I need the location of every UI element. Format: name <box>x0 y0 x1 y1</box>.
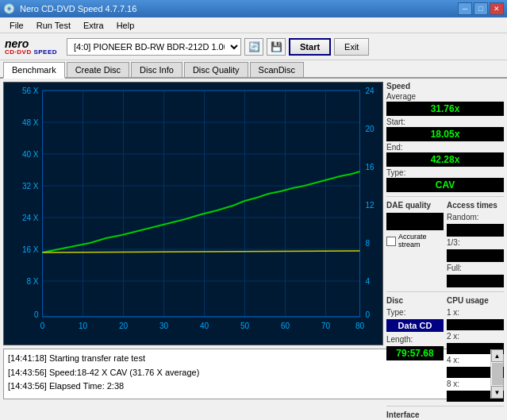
main-content: 56 X 48 X 40 X 32 X 24 X 16 X 8 X 0 24 2… <box>0 79 507 349</box>
nero-logo-subtitle: CD·DVD SPEED <box>5 49 57 56</box>
log-entry-1: [14:41:18] Starting transfer rate test <box>8 352 486 366</box>
random-label: Random: <box>447 213 504 222</box>
svg-text:48 X: 48 X <box>22 118 39 127</box>
cpu-2x-label: 2 x: <box>447 332 504 341</box>
full-label: Full: <box>447 264 504 272</box>
length-label: Length: <box>386 335 444 344</box>
svg-text:32 X: 32 X <box>22 182 39 191</box>
svg-text:40: 40 <box>200 322 209 330</box>
one-third-label: 1/3: <box>447 238 504 247</box>
log-entry-2: [14:43:56] Speed:18-42 X CAV (31.76 X av… <box>8 366 486 380</box>
window-controls: ─ □ ✕ <box>458 2 504 15</box>
tab-create-disc[interactable]: Create Disc <box>67 62 129 77</box>
log-area: [14:41:18] Starting transfer rate test [… <box>3 349 504 399</box>
start-label: Start: <box>386 118 504 126</box>
dae-panel: DAE quality Accurate stream <box>386 201 444 287</box>
toolbar: nero CD·DVD SPEED [4:0] PIONEER BD-RW BD… <box>0 33 507 60</box>
svg-text:0: 0 <box>366 310 371 319</box>
right-panel: Speed Average 31.76x Start: 18.05x End: … <box>386 82 504 345</box>
svg-text:16 X: 16 X <box>22 245 39 254</box>
svg-text:10: 10 <box>79 322 88 330</box>
disc-type-value: Data CD <box>386 319 444 332</box>
tab-bar: Benchmark Create Disc Disc Info Disc Qua… <box>0 60 507 79</box>
tab-disc-quality[interactable]: Disc Quality <box>184 62 248 77</box>
divider3 <box>386 406 504 407</box>
interface-panel: Interface Burst rate: <box>386 410 504 420</box>
cpu-1x-label: 1 x: <box>447 308 504 317</box>
average-label: Average <box>386 92 504 101</box>
app-icon: 💿 <box>3 3 15 14</box>
start-button[interactable]: Start <box>289 38 331 56</box>
menu-extra[interactable]: Extra <box>77 19 110 32</box>
menu-help[interactable]: Help <box>110 19 141 32</box>
tab-disc-info[interactable]: Disc Info <box>131 62 182 77</box>
stream-label: stream <box>398 241 427 249</box>
scroll-up-button[interactable]: ▲ <box>491 349 504 362</box>
svg-text:20: 20 <box>366 125 375 133</box>
maximize-button[interactable]: □ <box>474 2 488 15</box>
svg-text:24 X: 24 X <box>22 214 39 222</box>
svg-text:16: 16 <box>366 163 375 171</box>
log-content: [14:41:18] Starting transfer rate test [… <box>4 349 490 399</box>
menu-run-test[interactable]: Run Test <box>30 19 77 32</box>
svg-text:30: 30 <box>159 322 169 330</box>
svg-text:80: 80 <box>355 322 365 330</box>
dae-title: DAE quality <box>386 201 444 210</box>
disc-title: Disc <box>386 296 444 305</box>
svg-text:24: 24 <box>366 87 375 95</box>
nero-logo: nero CD·DVD SPEED <box>5 38 57 56</box>
middle-panels: DAE quality Accurate stream Access times… <box>386 201 504 287</box>
svg-text:70: 70 <box>321 322 331 330</box>
scroll-thumb[interactable] <box>492 363 503 385</box>
full-value <box>447 275 504 287</box>
access-title: Access times <box>447 201 504 210</box>
end-value: 42.28x <box>386 152 504 167</box>
cpu-title: CPU usage <box>447 296 504 305</box>
log-scrollbar[interactable]: ▲ ▼ <box>490 349 503 399</box>
svg-text:0: 0 <box>40 322 45 330</box>
svg-text:50: 50 <box>240 322 250 330</box>
start-value: 18.05x <box>386 127 504 141</box>
menu-bar: File Run Test Extra Help <box>0 17 507 33</box>
svg-text:8 X: 8 X <box>26 277 38 286</box>
divider1 <box>386 196 504 197</box>
type-value: CAV <box>386 178 504 192</box>
divider2 <box>386 291 504 292</box>
chart-area: 56 X 48 X 40 X 32 X 24 X 16 X 8 X 0 24 2… <box>3 82 383 345</box>
svg-text:0: 0 <box>34 310 39 319</box>
svg-text:56 X: 56 X <box>22 87 39 95</box>
interface-title: Interface <box>386 410 504 419</box>
scroll-down-button[interactable]: ▼ <box>491 386 504 399</box>
random-value <box>447 224 504 237</box>
one-third-value <box>447 249 504 262</box>
tab-benchmark[interactable]: Benchmark <box>3 62 65 79</box>
svg-text:12: 12 <box>366 201 375 210</box>
svg-text:40 X: 40 X <box>22 150 39 159</box>
accurate-stream-checkbox[interactable] <box>386 237 396 246</box>
average-value: 31.76x <box>386 102 504 116</box>
tab-scandisc[interactable]: ScanDisc <box>250 62 304 77</box>
refresh-button[interactable]: 🔄 <box>244 38 263 56</box>
menu-file[interactable]: File <box>3 19 30 32</box>
title-bar: 💿 Nero CD-DVD Speed 4.7.7.16 ─ □ ✕ <box>0 0 507 17</box>
minimize-button[interactable]: ─ <box>458 2 472 15</box>
svg-text:20: 20 <box>119 322 129 330</box>
benchmark-chart: 56 X 48 X 40 X 32 X 24 X 16 X 8 X 0 24 2… <box>4 83 382 345</box>
svg-text:60: 60 <box>281 322 290 330</box>
exit-button[interactable]: Exit <box>334 38 369 56</box>
speed-title: Speed <box>386 82 504 91</box>
end-label: End: <box>386 143 504 152</box>
dae-value <box>386 213 444 230</box>
svg-text:8: 8 <box>366 239 371 248</box>
accurate-stream-row: Accurate stream <box>386 233 444 249</box>
close-button[interactable]: ✕ <box>490 2 504 15</box>
window-title: Nero CD-DVD Speed 4.7.7.16 <box>20 4 136 13</box>
svg-text:4: 4 <box>366 277 371 286</box>
drive-select[interactable]: [4:0] PIONEER BD-RW BDR-212D 1.00 <box>67 38 241 56</box>
cpu-1x-value <box>447 319 504 330</box>
speed-section: Speed Average 31.76x Start: 18.05x End: … <box>386 82 504 192</box>
save-button[interactable]: 💾 <box>267 38 286 56</box>
access-panel: Access times Random: 1/3: Full: <box>447 201 504 287</box>
nero-logo-text: nero <box>5 38 57 49</box>
type-label: Type: <box>386 168 504 177</box>
